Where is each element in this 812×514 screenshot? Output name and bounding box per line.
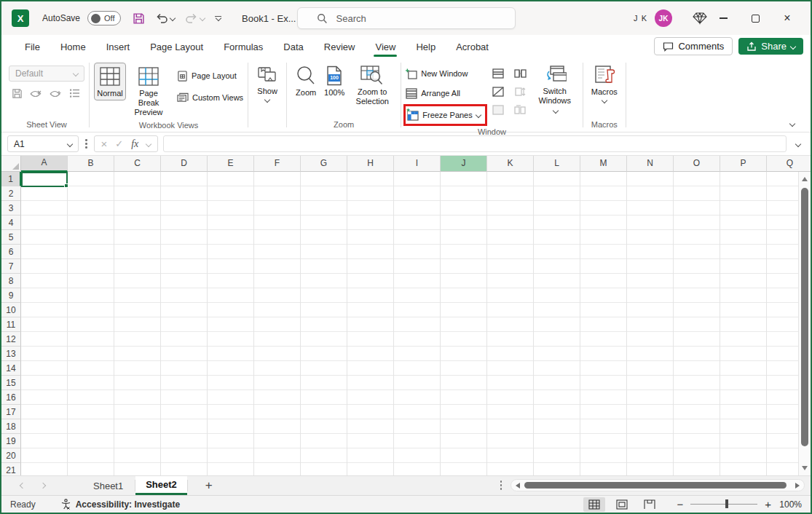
row-header-11[interactable]: 11 <box>1 317 21 332</box>
row-header-21[interactable]: 21 <box>1 463 21 475</box>
row-header-14[interactable]: 14 <box>1 361 21 376</box>
insert-function-icon[interactable]: fx <box>131 138 138 150</box>
split-icon[interactable] <box>492 68 504 79</box>
page-layout-view-button[interactable]: Page Layout <box>177 67 243 84</box>
row-header-4[interactable]: 4 <box>1 216 21 230</box>
avatar[interactable]: JK <box>655 9 672 27</box>
status-normal-view-button[interactable] <box>583 497 605 512</box>
scroll-down-icon[interactable] <box>802 466 808 470</box>
zoom-slider[interactable]: − + <box>677 498 771 510</box>
close-button[interactable]: × <box>771 7 803 30</box>
expand-formula-bar-icon[interactable] <box>795 141 801 146</box>
row-header-19[interactable]: 19 <box>1 434 21 448</box>
selected-cell-a1[interactable] <box>21 172 68 187</box>
scroll-left-icon[interactable] <box>516 483 520 489</box>
name-box[interactable]: A1 <box>7 135 79 152</box>
tab-help[interactable]: Help <box>406 35 446 58</box>
column-header-i[interactable]: I <box>394 156 441 172</box>
vertical-scroll-thumb[interactable] <box>801 188 808 446</box>
minimize-button[interactable] <box>707 7 739 30</box>
zoom-slider-thumb[interactable] <box>725 499 728 508</box>
new-window-button[interactable]: New Window <box>406 65 486 82</box>
share-button[interactable]: Share <box>738 38 803 55</box>
tab-formulas[interactable]: Formulas <box>213 35 273 58</box>
prev-sheet-icon[interactable] <box>20 483 25 489</box>
collapse-ribbon-icon[interactable] <box>789 121 795 127</box>
column-header-j[interactable]: J <box>441 156 487 172</box>
search-input[interactable]: Search <box>297 7 516 29</box>
status-page-break-button[interactable] <box>639 497 661 512</box>
row-header-17[interactable]: 17 <box>1 405 21 419</box>
switch-windows-button[interactable]: Switch Windows <box>532 63 578 115</box>
zoom-100-button[interactable]: 100 100% <box>320 63 348 98</box>
tab-acrobat[interactable]: Acrobat <box>446 35 499 58</box>
tab-file[interactable]: File <box>15 35 50 58</box>
vertical-scrollbar[interactable] <box>798 172 811 475</box>
customize-quick-access-icon[interactable] <box>215 16 221 20</box>
undo-dropdown-icon[interactable] <box>170 15 176 21</box>
horizontal-scrollbar[interactable] <box>511 479 805 491</box>
macros-button[interactable]: Macros <box>588 63 621 103</box>
status-page-layout-button[interactable] <box>611 497 633 512</box>
row-header-10[interactable]: 10 <box>1 303 21 317</box>
cells-area[interactable] <box>21 172 811 475</box>
column-header-a[interactable]: A <box>21 156 68 172</box>
zoom-out-icon[interactable]: − <box>677 498 683 510</box>
column-header-c[interactable]: C <box>114 156 161 172</box>
new-sheet-button[interactable]: + <box>188 476 230 495</box>
next-sheet-icon[interactable] <box>40 483 46 489</box>
show-button[interactable]: Show <box>253 63 282 102</box>
sheet-tab-sheet1[interactable]: Sheet1 <box>82 476 135 495</box>
name-box-resizer[interactable] <box>84 139 89 149</box>
comments-button[interactable]: Comments <box>654 37 733 55</box>
arrange-all-button[interactable]: Arrange All <box>406 84 486 102</box>
row-header-5[interactable]: 5 <box>1 230 21 245</box>
row-header-3[interactable]: 3 <box>1 201 21 216</box>
custom-views-button[interactable]: Custom Views <box>177 89 243 106</box>
column-header-o[interactable]: O <box>674 156 720 172</box>
zoom-in-icon[interactable]: + <box>765 498 771 510</box>
row-header-6[interactable]: 6 <box>1 245 21 259</box>
scroll-right-icon[interactable] <box>795 483 800 489</box>
column-header-b[interactable]: B <box>68 156 114 172</box>
column-header-n[interactable]: N <box>627 156 674 172</box>
name-box-dropdown-icon[interactable] <box>67 141 73 146</box>
row-header-8[interactable]: 8 <box>1 274 21 288</box>
row-header-20[interactable]: 20 <box>1 448 21 463</box>
autosave-toggle[interactable]: Off <box>87 11 121 25</box>
accessibility-status[interactable]: Accessibility: Investigate <box>60 499 180 510</box>
column-header-m[interactable]: M <box>580 156 627 172</box>
maximize-button[interactable] <box>739 7 771 30</box>
column-header-h[interactable]: H <box>347 156 394 172</box>
row-header-16[interactable]: 16 <box>1 390 21 405</box>
view-side-by-side-icon[interactable] <box>514 68 527 79</box>
row-header-12[interactable]: 12 <box>1 332 21 347</box>
column-header-g[interactable]: G <box>301 156 347 172</box>
row-header-7[interactable]: 7 <box>1 259 21 274</box>
row-header-1[interactable]: 1 <box>1 172 21 186</box>
row-header-18[interactable]: 18 <box>1 419 21 434</box>
scroll-up-icon[interactable] <box>802 177 808 181</box>
zoom-to-selection-button[interactable]: Zoom to Selection <box>348 63 396 106</box>
horizontal-scroll-thumb[interactable] <box>524 482 787 489</box>
undo-button[interactable] <box>155 12 175 24</box>
zoom-percentage[interactable]: 100% <box>771 499 802 510</box>
column-header-q[interactable]: Q <box>767 156 811 172</box>
column-header-f[interactable]: F <box>254 156 301 172</box>
normal-view-button[interactable]: Normal <box>94 63 126 100</box>
zoom-button[interactable]: Zoom <box>291 63 320 98</box>
column-header-p[interactable]: P <box>720 156 767 172</box>
tab-data[interactable]: Data <box>273 35 313 58</box>
freeze-panes-button[interactable]: * Freeze Panes <box>407 106 480 124</box>
tab-review[interactable]: Review <box>314 35 366 58</box>
select-all-corner[interactable] <box>1 156 21 172</box>
premium-gem-icon[interactable] <box>693 12 707 25</box>
tab-insert[interactable]: Insert <box>96 35 141 58</box>
tab-scroll-resizer[interactable] <box>499 481 504 490</box>
tab-page-layout[interactable]: Page Layout <box>140 35 213 58</box>
row-header-9[interactable]: 9 <box>1 288 21 303</box>
row-header-15[interactable]: 15 <box>1 376 21 390</box>
tab-home[interactable]: Home <box>50 35 96 58</box>
save-icon[interactable] <box>133 12 145 25</box>
hide-icon[interactable] <box>492 87 504 97</box>
